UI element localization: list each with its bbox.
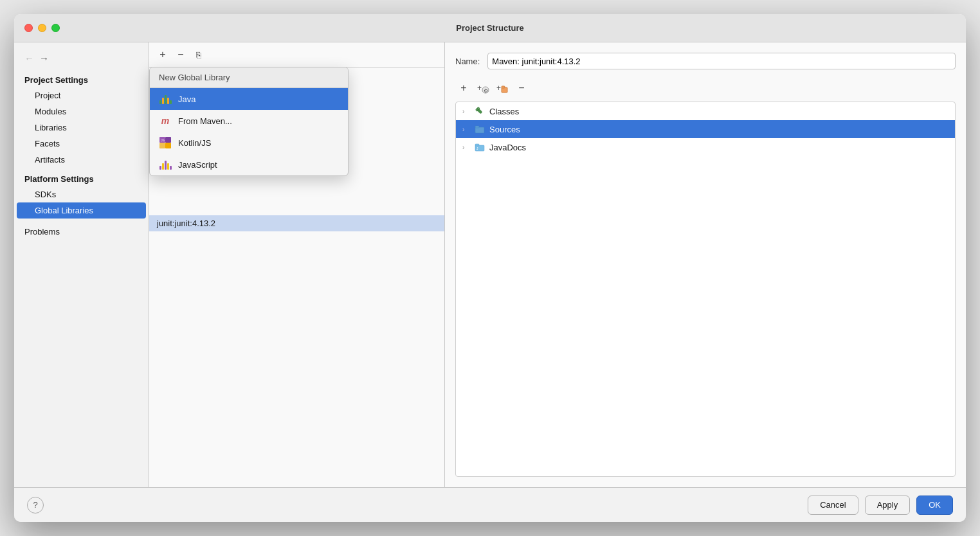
right-panel: Name: + + ⚙ + [445,42,966,487]
tree-item-sources[interactable]: › Sources [456,120,955,138]
svg-rect-3 [165,143,171,148]
center-panel: + − ⎘ New Global Library [149,42,445,487]
sidebar-item-libraries[interactable]: Libraries [14,120,149,136]
right-add-spec-button[interactable]: + ⚙ [475,80,491,96]
right-panel-toolbar: + + ⚙ + − [455,80,956,96]
close-button[interactable] [24,24,33,32]
remove-button[interactable]: − [172,46,189,63]
name-label: Name: [455,57,480,66]
svg-text:⚙: ⚙ [484,88,488,94]
add-button[interactable]: + [154,46,171,63]
java-label: Java [178,94,195,104]
javascript-label: JavaScript [178,160,217,170]
svg-rect-14 [475,126,479,128]
copy-button[interactable]: ⎘ [190,46,207,63]
right-add-button[interactable]: + [455,80,472,96]
dropdown-header: New Global Library [150,67,348,88]
javadocs-chevron: › [462,144,470,151]
sidebar-item-project[interactable]: Project [14,87,149,103]
right-remove-button[interactable]: − [513,80,530,96]
javadocs-icon: J [474,141,485,153]
svg-rect-10 [502,86,505,88]
sidebar: ← → Project Settings Project Modules Lib… [14,42,149,487]
sidebar-item-facets[interactable]: Facets [14,136,149,152]
javascript-icon [159,158,172,171]
sidebar-item-problems[interactable]: Problems [14,224,149,240]
nav-back-forward: ← → [14,48,149,69]
right-add-root-button[interactable]: + [494,80,511,96]
svg-text:JS: JS [161,138,165,142]
bottom-bar: ? Cancel Apply OK [14,487,966,522]
ok-button[interactable]: OK [916,496,953,515]
maven-icon: m [159,114,172,127]
apply-button[interactable]: Apply [865,496,911,515]
dropdown-item-java[interactable]: Java [150,88,348,110]
center-toolbar: + − ⎘ [149,42,444,67]
svg-rect-13 [475,127,484,133]
dropdown-item-from-maven[interactable]: m From Maven... [150,110,348,132]
back-arrow[interactable]: ← [24,53,34,64]
from-maven-label: From Maven... [178,116,232,126]
sources-chevron: › [462,126,470,133]
platform-settings-header: Platform Settings [14,168,149,186]
svg-text:+: + [496,84,501,93]
name-row: Name: [455,53,956,69]
tree-item-javadocs[interactable]: › J JavaDocs [456,138,955,156]
kotlin-js-label: Kotlin/JS [178,138,211,148]
javadocs-label: JavaDocs [489,143,526,152]
name-input[interactable] [487,53,956,69]
classes-chevron: › [462,108,470,115]
sidebar-item-global-libraries[interactable]: Global Libraries [17,202,146,219]
classes-label: Classes [489,107,519,116]
sources-label: Sources [489,125,520,134]
java-icon [159,93,172,105]
project-structure-window: Project Structure ← → Project Settings P… [14,14,966,522]
forward-arrow[interactable]: → [39,53,49,64]
sidebar-item-artifacts[interactable]: Artifacts [14,152,149,168]
classes-icon [474,105,485,117]
kotlin-js-icon: JS [159,136,172,149]
sidebar-item-modules[interactable]: Modules [14,103,149,120]
new-global-library-dropdown: New Global Library Java [149,67,349,176]
cancel-button[interactable]: Cancel [808,496,858,515]
help-button[interactable]: ? [27,497,44,514]
sidebar-item-sdks[interactable]: SDKs [14,186,149,202]
main-content: ← → Project Settings Project Modules Lib… [14,42,966,487]
tree-item-classes[interactable]: › Classes [456,102,955,120]
svg-text:+: + [477,84,482,93]
svg-rect-1 [165,137,171,143]
sources-icon [474,123,485,135]
minimize-button[interactable] [38,24,46,32]
traffic-lights [24,24,60,32]
window-title: Project Structure [456,23,523,33]
title-bar: Project Structure [14,14,966,42]
project-settings-header: Project Settings [14,69,149,87]
dropdown-item-kotlin-js[interactable]: JS Kotlin/JS [150,132,348,154]
classes-tree: › Classes › [455,102,956,477]
svg-rect-16 [475,144,479,146]
bottom-actions: Cancel Apply OK [808,496,953,515]
svg-rect-2 [159,143,165,148]
maximize-button[interactable] [51,24,60,32]
library-item-junit[interactable]: junit:junit:4.13.2 [149,215,444,231]
dropdown-item-javascript[interactable]: JavaScript [150,154,348,175]
